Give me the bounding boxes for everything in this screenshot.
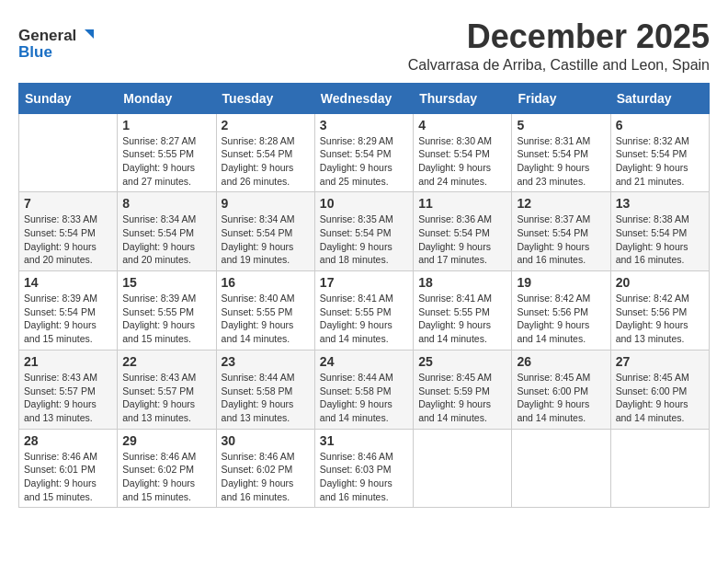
calendar-week-row: 21Sunrise: 8:43 AMSunset: 5:57 PMDayligh… <box>19 350 710 429</box>
day-number: 25 <box>418 354 506 369</box>
day-number: 5 <box>517 118 605 132</box>
day-info: Sunrise: 8:45 AMSunset: 5:59 PMDaylight:… <box>418 371 506 425</box>
day-info: Sunrise: 8:34 AMSunset: 5:54 PMDaylight:… <box>122 213 210 267</box>
calendar-cell <box>19 113 118 192</box>
day-info: Sunrise: 8:42 AMSunset: 5:56 PMDaylight:… <box>517 292 605 346</box>
day-number: 3 <box>320 118 408 132</box>
day-info: Sunrise: 8:36 AMSunset: 5:54 PMDaylight:… <box>418 213 506 267</box>
day-number: 2 <box>222 118 310 132</box>
calendar-cell: 31Sunrise: 8:46 AMSunset: 6:03 PMDayligh… <box>314 429 413 508</box>
day-number: 30 <box>222 433 310 448</box>
calendar-header-row: SundayMondayTuesdayWednesdayThursdayFrid… <box>19 83 710 113</box>
calendar-cell: 1Sunrise: 8:27 AMSunset: 5:55 PMDaylight… <box>118 113 216 192</box>
calendar-cell: 8Sunrise: 8:34 AMSunset: 5:54 PMDaylight… <box>118 192 216 271</box>
logo-svg: General Blue <box>18 22 101 66</box>
day-info: Sunrise: 8:43 AMSunset: 5:57 PMDaylight:… <box>24 371 112 425</box>
calendar-cell: 11Sunrise: 8:36 AMSunset: 5:54 PMDayligh… <box>414 192 512 271</box>
day-number: 10 <box>320 196 408 211</box>
calendar-cell <box>512 429 610 508</box>
calendar-cell: 12Sunrise: 8:37 AMSunset: 5:54 PMDayligh… <box>512 192 610 271</box>
day-number: 29 <box>122 433 210 448</box>
day-number: 4 <box>418 118 506 132</box>
day-number: 21 <box>24 354 112 369</box>
day-info: Sunrise: 8:41 AMSunset: 5:55 PMDaylight:… <box>418 292 506 346</box>
day-info: Sunrise: 8:31 AMSunset: 5:54 PMDaylight:… <box>517 134 605 189</box>
calendar-cell: 13Sunrise: 8:38 AMSunset: 5:54 PMDayligh… <box>610 192 709 271</box>
day-info: Sunrise: 8:46 AMSunset: 6:01 PMDaylight:… <box>24 450 112 504</box>
day-number: 17 <box>320 275 408 290</box>
subtitle: Calvarrasa de Arriba, Castille and Leon,… <box>408 57 710 74</box>
day-number: 13 <box>616 196 704 211</box>
month-title: December 2025 <box>408 18 710 55</box>
calendar-cell: 4Sunrise: 8:30 AMSunset: 5:54 PMDaylight… <box>414 113 512 192</box>
day-number: 23 <box>222 354 310 369</box>
day-info: Sunrise: 8:46 AMSunset: 6:03 PMDaylight:… <box>320 450 408 504</box>
calendar-cell <box>610 429 709 508</box>
day-info: Sunrise: 8:37 AMSunset: 5:54 PMDaylight:… <box>517 213 605 267</box>
day-info: Sunrise: 8:45 AMSunset: 6:00 PMDaylight:… <box>616 371 704 425</box>
day-info: Sunrise: 8:32 AMSunset: 5:54 PMDaylight:… <box>616 134 704 189</box>
day-info: Sunrise: 8:42 AMSunset: 5:56 PMDaylight:… <box>616 292 704 346</box>
calendar-cell: 17Sunrise: 8:41 AMSunset: 5:55 PMDayligh… <box>314 271 413 350</box>
day-number: 31 <box>320 433 408 448</box>
day-number: 19 <box>517 275 605 290</box>
day-number: 11 <box>418 196 506 211</box>
calendar-header-monday: Monday <box>118 83 216 113</box>
calendar-cell: 9Sunrise: 8:34 AMSunset: 5:54 PMDaylight… <box>216 192 314 271</box>
calendar-header-thursday: Thursday <box>414 83 512 113</box>
calendar-cell: 23Sunrise: 8:44 AMSunset: 5:58 PMDayligh… <box>216 350 314 429</box>
calendar-header-tuesday: Tuesday <box>216 83 314 113</box>
day-info: Sunrise: 8:39 AMSunset: 5:55 PMDaylight:… <box>122 292 210 346</box>
day-info: Sunrise: 8:28 AMSunset: 5:54 PMDaylight:… <box>222 134 310 189</box>
day-number: 7 <box>24 196 112 211</box>
calendar-cell <box>414 429 512 508</box>
calendar-cell: 3Sunrise: 8:29 AMSunset: 5:54 PMDaylight… <box>314 113 413 192</box>
calendar-header-saturday: Saturday <box>610 83 709 113</box>
day-number: 20 <box>616 275 704 290</box>
day-number: 22 <box>122 354 210 369</box>
title-area: December 2025 Calvarrasa de Arriba, Cast… <box>408 18 710 74</box>
calendar-week-row: 28Sunrise: 8:46 AMSunset: 6:01 PMDayligh… <box>19 429 710 508</box>
calendar-cell: 20Sunrise: 8:42 AMSunset: 5:56 PMDayligh… <box>610 271 709 350</box>
day-info: Sunrise: 8:33 AMSunset: 5:54 PMDaylight:… <box>24 213 112 267</box>
calendar-cell: 2Sunrise: 8:28 AMSunset: 5:54 PMDaylight… <box>216 113 314 192</box>
day-number: 1 <box>122 118 210 132</box>
day-info: Sunrise: 8:27 AMSunset: 5:55 PMDaylight:… <box>122 134 210 189</box>
calendar-cell: 5Sunrise: 8:31 AMSunset: 5:54 PMDaylight… <box>512 113 610 192</box>
day-info: Sunrise: 8:39 AMSunset: 5:54 PMDaylight:… <box>24 292 112 346</box>
svg-text:Blue: Blue <box>18 43 52 61</box>
day-info: Sunrise: 8:30 AMSunset: 5:54 PMDaylight:… <box>418 134 506 189</box>
day-number: 8 <box>122 196 210 211</box>
calendar-week-row: 1Sunrise: 8:27 AMSunset: 5:55 PMDaylight… <box>19 113 710 192</box>
calendar-cell: 7Sunrise: 8:33 AMSunset: 5:54 PMDaylight… <box>19 192 118 271</box>
day-info: Sunrise: 8:40 AMSunset: 5:55 PMDaylight:… <box>222 292 310 346</box>
calendar-cell: 29Sunrise: 8:46 AMSunset: 6:02 PMDayligh… <box>118 429 216 508</box>
calendar-header-friday: Friday <box>512 83 610 113</box>
calendar-cell: 16Sunrise: 8:40 AMSunset: 5:55 PMDayligh… <box>216 271 314 350</box>
day-info: Sunrise: 8:29 AMSunset: 5:54 PMDaylight:… <box>320 134 408 189</box>
day-info: Sunrise: 8:45 AMSunset: 6:00 PMDaylight:… <box>517 371 605 425</box>
calendar-header-wednesday: Wednesday <box>314 83 413 113</box>
day-number: 14 <box>24 275 112 290</box>
day-number: 26 <box>517 354 605 369</box>
calendar-cell: 21Sunrise: 8:43 AMSunset: 5:57 PMDayligh… <box>19 350 118 429</box>
calendar-cell: 28Sunrise: 8:46 AMSunset: 6:01 PMDayligh… <box>19 429 118 508</box>
calendar-cell: 24Sunrise: 8:44 AMSunset: 5:58 PMDayligh… <box>314 350 413 429</box>
calendar-cell: 14Sunrise: 8:39 AMSunset: 5:54 PMDayligh… <box>19 271 118 350</box>
calendar-cell: 10Sunrise: 8:35 AMSunset: 5:54 PMDayligh… <box>314 192 413 271</box>
calendar-cell: 6Sunrise: 8:32 AMSunset: 5:54 PMDaylight… <box>610 113 709 192</box>
calendar-header-sunday: Sunday <box>19 83 118 113</box>
day-info: Sunrise: 8:38 AMSunset: 5:54 PMDaylight:… <box>616 213 704 267</box>
day-number: 15 <box>122 275 210 290</box>
header: General Blue December 2025 Calvarrasa de… <box>18 18 710 74</box>
calendar-week-row: 7Sunrise: 8:33 AMSunset: 5:54 PMDaylight… <box>19 192 710 271</box>
calendar-cell: 26Sunrise: 8:45 AMSunset: 6:00 PMDayligh… <box>512 350 610 429</box>
calendar-cell: 18Sunrise: 8:41 AMSunset: 5:55 PMDayligh… <box>414 271 512 350</box>
calendar-cell: 25Sunrise: 8:45 AMSunset: 5:59 PMDayligh… <box>414 350 512 429</box>
day-number: 12 <box>517 196 605 211</box>
day-info: Sunrise: 8:46 AMSunset: 6:02 PMDaylight:… <box>122 450 210 504</box>
day-number: 24 <box>320 354 408 369</box>
day-info: Sunrise: 8:35 AMSunset: 5:54 PMDaylight:… <box>320 213 408 267</box>
calendar-cell: 22Sunrise: 8:43 AMSunset: 5:57 PMDayligh… <box>118 350 216 429</box>
calendar: SundayMondayTuesdayWednesdayThursdayFrid… <box>18 83 710 509</box>
